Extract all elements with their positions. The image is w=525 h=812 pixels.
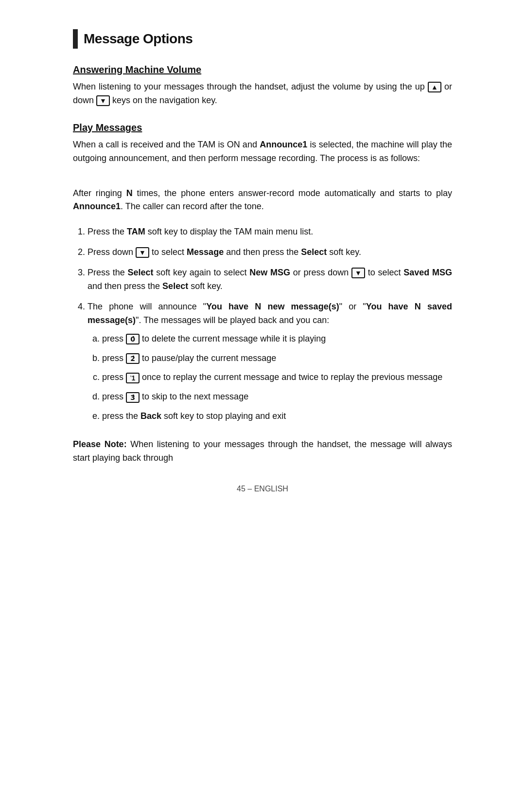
- page-footer: 45 – ENGLISH: [73, 485, 452, 493]
- down-key-icon-2: ▼: [136, 247, 149, 258]
- step-2: Press down ▼ to select Message and then …: [88, 246, 452, 259]
- pause-key-icon: 2̇: [126, 353, 140, 364]
- play-messages-intro: When a call is received and the TAM is O…: [73, 138, 452, 165]
- answering-machine-volume-text: When listening to your messages through …: [73, 80, 452, 108]
- subsection-title-play-messages: Play Messages: [73, 122, 452, 133]
- sub-steps-list: press 0̇ to delete the current message w…: [102, 332, 452, 423]
- subsection-answering-machine-volume: Answering Machine Volume When listening …: [73, 64, 452, 108]
- section-title-text: Message Options: [84, 31, 192, 47]
- section-bar-indicator: [73, 29, 78, 49]
- page-number: 45 – ENGLISH: [237, 485, 288, 493]
- up-key-icon: ▲: [428, 82, 441, 92]
- sub-step-c: press ’1 once to replay the current mess…: [102, 371, 452, 384]
- sub-step-a: press 0̇ to delete the current message w…: [102, 332, 452, 346]
- replay-key-icon: ’1: [126, 373, 140, 383]
- down-key-icon-1: ▼: [96, 95, 110, 106]
- delete-key-icon: 0̇: [126, 334, 140, 344]
- please-note-text: Please Note: When listening to your mess…: [73, 438, 452, 465]
- step-3: Press the Select soft key again to selec…: [88, 266, 452, 293]
- subsection-play-messages: Play Messages When a call is received an…: [73, 122, 452, 423]
- step-4: The phone will announce "You have N new …: [88, 300, 452, 423]
- down-key-icon-3: ▼: [351, 268, 365, 278]
- page-container: Message Options Answering Machine Volume…: [53, 0, 472, 532]
- step-1: Press the TAM soft key to display the TA…: [88, 225, 452, 239]
- steps-list: Press the TAM soft key to display the TA…: [88, 225, 452, 423]
- sub-step-d: press 3̇ to skip to the next message: [102, 390, 452, 404]
- subsection-title-answering-machine-volume: Answering Machine Volume: [73, 64, 452, 75]
- sub-step-b: press 2̇ to pause/play the current messa…: [102, 352, 452, 365]
- skip-key-icon: 3̇: [126, 392, 140, 403]
- play-messages-ringing-text: After ringing N times, the phone enters …: [73, 187, 452, 214]
- section-title-row: Message Options: [73, 29, 452, 49]
- sub-step-e: press the Back soft key to stop playing …: [102, 410, 452, 423]
